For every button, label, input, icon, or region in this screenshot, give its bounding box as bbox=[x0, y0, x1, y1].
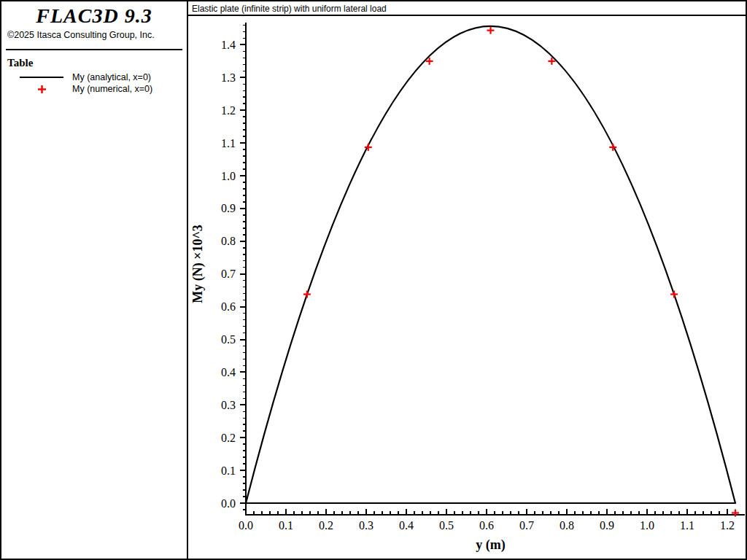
legend-item-numerical: My (numerical, x=0) bbox=[1, 83, 187, 95]
legend-title: Table bbox=[7, 57, 187, 69]
svg-text:1.2: 1.2 bbox=[720, 519, 735, 532]
svg-text:0.5: 0.5 bbox=[439, 519, 454, 532]
copyright-text: ©2025 Itasca Consulting Group, Inc. bbox=[7, 30, 187, 40]
analytical-swatch-box bbox=[20, 77, 63, 78]
legend-item-analytical: My (analytical, x=0) bbox=[1, 71, 187, 83]
svg-text:1.1: 1.1 bbox=[221, 137, 236, 149]
flac3d-plot-window: FLAC3D 9.3 ©2025 Itasca Consulting Group… bbox=[0, 0, 747, 560]
svg-text:0.9: 0.9 bbox=[600, 519, 614, 532]
svg-text:y (m): y (m) bbox=[476, 537, 505, 553]
svg-text:0.2: 0.2 bbox=[319, 519, 333, 532]
legend-item-label: My (numerical, x=0) bbox=[72, 84, 152, 94]
svg-text:1.4: 1.4 bbox=[221, 39, 236, 51]
svg-text:1.0: 1.0 bbox=[221, 170, 236, 182]
flac3d-logo: FLAC3D 9.3 bbox=[1, 4, 187, 28]
svg-text:0.4: 0.4 bbox=[399, 519, 414, 532]
svg-text:0.1: 0.1 bbox=[279, 519, 293, 532]
numerical-plus-icon bbox=[37, 85, 47, 94]
svg-text:1.1: 1.1 bbox=[680, 519, 694, 532]
svg-text:0.7: 0.7 bbox=[221, 268, 236, 280]
legend-item-label: My (analytical, x=0) bbox=[72, 72, 151, 82]
svg-text:0.3: 0.3 bbox=[359, 519, 374, 532]
svg-text:0.4: 0.4 bbox=[221, 366, 236, 378]
svg-text:1.2: 1.2 bbox=[221, 104, 236, 117]
numerical-swatch-box bbox=[20, 85, 63, 94]
sidebar: FLAC3D 9.3 ©2025 Itasca Consulting Group… bbox=[1, 1, 188, 559]
plot-canvas[interactable]: 0.00.10.20.30.40.50.60.70.80.91.01.11.21… bbox=[188, 16, 747, 559]
sidebar-divider bbox=[6, 49, 182, 50]
svg-text:0.6: 0.6 bbox=[479, 519, 494, 532]
analytical-line-swatch bbox=[20, 77, 63, 78]
svg-text:0.9: 0.9 bbox=[221, 202, 236, 214]
svg-text:1.0: 1.0 bbox=[640, 519, 654, 532]
svg-text:0.8: 0.8 bbox=[221, 235, 236, 247]
svg-text:0.2: 0.2 bbox=[221, 432, 236, 444]
chart-title: Elastic plate (infinite strip) with unif… bbox=[188, 1, 387, 14]
svg-text:1.3: 1.3 bbox=[221, 71, 236, 84]
svg-text:0.0: 0.0 bbox=[239, 519, 253, 532]
svg-text:0.8: 0.8 bbox=[560, 519, 574, 532]
svg-text:0.3: 0.3 bbox=[221, 399, 236, 411]
svg-text:0.0: 0.0 bbox=[221, 497, 236, 510]
svg-text:0.6: 0.6 bbox=[221, 300, 236, 313]
svg-text:0.1: 0.1 bbox=[221, 464, 236, 477]
svg-text:0.7: 0.7 bbox=[519, 519, 534, 532]
chart-title-bar: Elastic plate (infinite strip) with unif… bbox=[188, 1, 746, 16]
svg-text:0.5: 0.5 bbox=[221, 333, 236, 346]
svg-text:My (N) ×10^3: My (N) ×10^3 bbox=[190, 225, 206, 303]
